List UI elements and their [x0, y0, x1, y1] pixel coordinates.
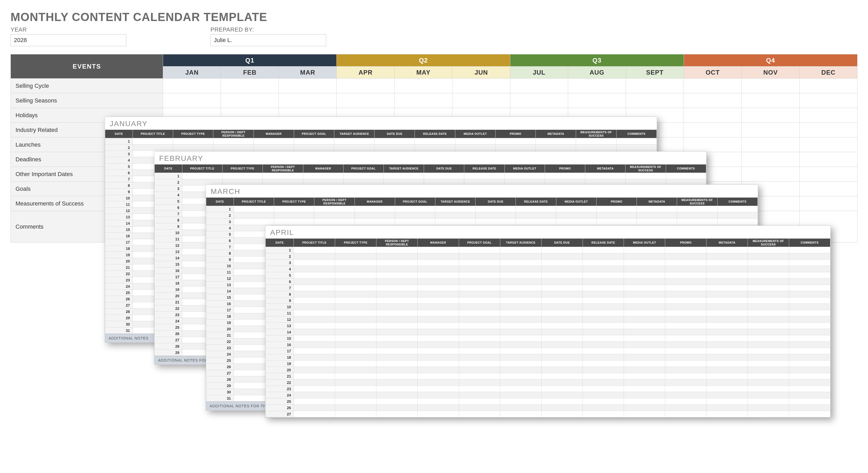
- month-data-cell[interactable]: [789, 285, 830, 291]
- month-data-cell[interactable]: [541, 367, 583, 373]
- month-data-cell[interactable]: [541, 304, 583, 310]
- month-data-cell[interactable]: [395, 212, 435, 218]
- month-data-cell[interactable]: [500, 310, 541, 316]
- month-data-cell[interactable]: [424, 173, 464, 179]
- month-data-cell[interactable]: [707, 379, 748, 386]
- month-data-cell[interactable]: [789, 329, 830, 335]
- month-data-cell[interactable]: [459, 335, 500, 342]
- month-data-cell[interactable]: [541, 354, 583, 361]
- month-data-cell[interactable]: [789, 253, 830, 260]
- month-data-cell[interactable]: [637, 212, 677, 218]
- month-data-cell[interactable]: [435, 212, 475, 218]
- month-data-cell[interactable]: [789, 298, 830, 304]
- month-data-cell[interactable]: [707, 411, 748, 417]
- month-data-cell[interactable]: [789, 260, 830, 266]
- month-data-cell[interactable]: [418, 278, 459, 285]
- month-data-cell[interactable]: [616, 144, 656, 151]
- month-data-cell[interactable]: [583, 278, 624, 285]
- event-cell[interactable]: [453, 78, 510, 93]
- month-data-cell[interactable]: [624, 247, 665, 253]
- month-data-cell[interactable]: [748, 348, 789, 354]
- month-data-cell[interactable]: [459, 373, 500, 379]
- month-data-cell[interactable]: [707, 361, 748, 367]
- month-data-cell[interactable]: [418, 354, 459, 361]
- month-data-cell[interactable]: [500, 361, 541, 367]
- month-data-cell[interactable]: [376, 291, 418, 298]
- event-cell[interactable]: [510, 78, 568, 93]
- month-data-cell[interactable]: [707, 367, 748, 373]
- year-input[interactable]: [10, 34, 126, 46]
- month-data-cell[interactable]: [132, 144, 173, 151]
- month-data-cell[interactable]: [335, 310, 376, 316]
- month-data-cell[interactable]: [294, 144, 334, 151]
- month-data-cell[interactable]: [707, 373, 748, 379]
- month-data-cell[interactable]: [536, 144, 576, 151]
- month-data-cell[interactable]: [354, 212, 395, 218]
- month-data-cell[interactable]: [294, 323, 335, 329]
- month-data-cell[interactable]: [748, 266, 789, 272]
- month-data-cell[interactable]: [541, 405, 583, 411]
- month-data-cell[interactable]: [717, 212, 757, 218]
- month-data-cell[interactable]: [415, 144, 455, 151]
- month-data-cell[interactable]: [500, 253, 541, 260]
- month-data-cell[interactable]: [541, 386, 583, 392]
- month-data-cell[interactable]: [376, 316, 418, 323]
- event-cell[interactable]: [799, 152, 857, 167]
- month-data-cell[interactable]: [707, 392, 748, 398]
- month-data-cell[interactable]: [459, 260, 500, 266]
- month-data-cell[interactable]: [500, 405, 541, 411]
- month-data-cell[interactable]: [375, 144, 415, 151]
- event-cell[interactable]: [742, 78, 799, 93]
- month-data-cell[interactable]: [583, 304, 624, 310]
- month-data-cell[interactable]: [707, 354, 748, 361]
- month-data-cell[interactable]: [624, 278, 665, 285]
- month-data-cell[interactable]: [707, 405, 748, 411]
- month-data-cell[interactable]: [495, 138, 535, 144]
- month-data-cell[interactable]: [376, 335, 418, 342]
- month-data-cell[interactable]: [263, 173, 303, 179]
- month-data-cell[interactable]: [576, 144, 616, 151]
- month-data-cell[interactable]: [541, 253, 583, 260]
- month-data-cell[interactable]: [335, 342, 376, 348]
- month-data-cell[interactable]: [677, 206, 717, 212]
- month-data-cell[interactable]: [376, 386, 418, 392]
- event-cell[interactable]: [279, 93, 337, 108]
- month-data-cell[interactable]: [335, 266, 376, 272]
- month-data-cell[interactable]: [624, 354, 665, 361]
- month-data-cell[interactable]: [624, 373, 665, 379]
- month-data-cell[interactable]: [583, 373, 624, 379]
- month-data-cell[interactable]: [789, 323, 830, 329]
- month-data-cell[interactable]: [707, 278, 748, 285]
- month-data-cell[interactable]: [294, 266, 335, 272]
- month-data-cell[interactable]: [789, 316, 830, 323]
- month-data-cell[interactable]: [459, 342, 500, 348]
- month-data-cell[interactable]: [583, 266, 624, 272]
- month-data-cell[interactable]: [418, 367, 459, 373]
- month-data-cell[interactable]: [748, 379, 789, 386]
- month-data-cell[interactable]: [748, 367, 789, 373]
- month-data-cell[interactable]: [624, 361, 665, 367]
- event-cell[interactable]: [626, 93, 684, 108]
- month-data-cell[interactable]: [418, 379, 459, 386]
- month-data-cell[interactable]: [583, 379, 624, 386]
- month-data-cell[interactable]: [354, 206, 395, 212]
- month-data-cell[interactable]: [500, 304, 541, 310]
- month-data-cell[interactable]: [748, 285, 789, 291]
- month-data-cell[interactable]: [707, 260, 748, 266]
- month-data-cell[interactable]: [665, 367, 707, 373]
- month-data-cell[interactable]: [707, 253, 748, 260]
- month-data-cell[interactable]: [234, 218, 274, 225]
- month-data-cell[interactable]: [294, 367, 335, 373]
- month-data-cell[interactable]: [294, 285, 335, 291]
- month-data-cell[interactable]: [665, 323, 707, 329]
- month-data-cell[interactable]: [583, 310, 624, 316]
- month-data-cell[interactable]: [665, 386, 707, 392]
- month-data-cell[interactable]: [707, 316, 748, 323]
- event-cell[interactable]: [742, 123, 799, 137]
- month-data-cell[interactable]: [583, 291, 624, 298]
- month-data-cell[interactable]: [335, 253, 376, 260]
- month-data-cell[interactable]: [665, 247, 707, 253]
- month-data-cell[interactable]: [335, 272, 376, 278]
- month-data-cell[interactable]: [576, 138, 616, 144]
- month-data-cell[interactable]: [516, 218, 556, 225]
